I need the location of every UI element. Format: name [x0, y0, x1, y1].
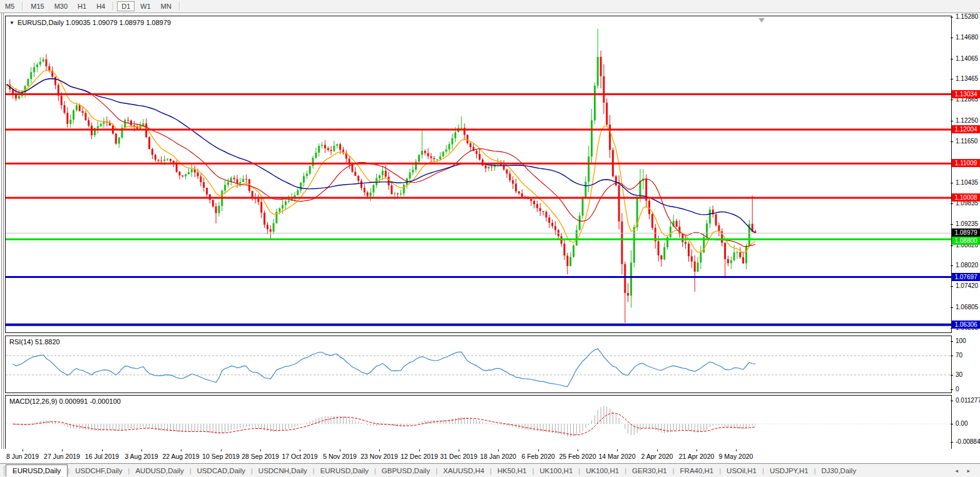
tab-eurusd-daily[interactable]: EURUSD,Daily — [315, 465, 374, 476]
timeframe-d1[interactable]: D1 — [117, 1, 135, 11]
price-tick-mark — [951, 183, 953, 183]
price-tick-mark — [951, 307, 953, 308]
tab-uk100-h1[interactable]: UK100,H1 — [534, 465, 578, 476]
tabbar-leading-divider — [0, 466, 4, 476]
macd-tick: 0.00 — [956, 420, 967, 427]
price-tick: 1.07420 — [956, 282, 978, 289]
rsi-canvas — [6, 336, 951, 392]
timeframe-mn[interactable]: MN — [156, 1, 176, 11]
tab-eurusd-daily[interactable]: EURUSD,Daily — [6, 464, 68, 476]
price-tick-mark — [951, 265, 953, 266]
tab-hk50-h1[interactable]: HK50,H1 — [492, 465, 533, 476]
date-tick-mark — [221, 449, 222, 451]
price-tick-mark — [951, 100, 953, 100]
time-axis[interactable]: 8 Jun 201927 Jun 201916 Jul 20193 Aug 20… — [0, 449, 952, 463]
tab-uk100-h1[interactable]: UK100,H1 — [580, 465, 625, 476]
rsi-tick-mark — [951, 389, 953, 390]
timeframe-m30[interactable]: M30 — [50, 1, 72, 11]
date-tick: 28 Sep 2019 — [242, 453, 279, 460]
timeframe-h1[interactable]: H1 — [73, 1, 91, 11]
symbol-quote-text: EURUSD,Daily 1.09035 1.09079 1.08979 1.0… — [18, 19, 171, 26]
price-badge: 1.07697 — [952, 273, 980, 281]
date-tick: 8 Jun 2019 — [6, 453, 39, 460]
toolbar-separator — [113, 2, 114, 11]
date-tick-mark — [538, 449, 539, 451]
macd-tick: -0.008845 — [956, 438, 980, 445]
shift-marker-icon — [758, 18, 765, 23]
tab-ger30-h1[interactable]: GER30,H1 — [626, 465, 673, 476]
date-tick-mark — [657, 449, 658, 451]
date-tick: 31 Dec 2019 — [440, 453, 477, 460]
price-badge: 1.08800 — [952, 237, 980, 245]
symbol-dropdown-icon[interactable]: ▼ — [9, 20, 14, 26]
date-tick-mark — [736, 449, 737, 451]
date-tick: 17 Oct 2019 — [282, 453, 317, 460]
date-tick: 25 Feb 2020 — [559, 453, 596, 460]
date-tick-mark — [697, 449, 697, 451]
price-badge: 1.11009 — [952, 159, 980, 167]
price-tick-mark — [951, 79, 953, 80]
macd-tick: 0.011277 — [956, 397, 980, 404]
date-tick: 2 Apr 2020 — [641, 453, 673, 460]
price-tick: 1.10435 — [956, 179, 978, 186]
date-tick-mark — [141, 449, 142, 451]
rsi-tick: 0 — [956, 386, 959, 392]
tab-dj30-daily[interactable]: DJ30,Daily — [816, 465, 862, 476]
tab-audusd-daily[interactable]: AUDUSD,Daily — [130, 465, 189, 476]
date-tick: 21 Apr 2020 — [679, 453, 715, 460]
timeframe-toolbar: M5M15M30H1H4D1W1MN — [0, 0, 980, 13]
tab-fra40-h1[interactable]: FRA40,H1 — [675, 465, 720, 476]
price-tick-mark — [951, 203, 953, 204]
price-tick: 1.12250 — [956, 117, 978, 124]
date-tick: 5 Nov 2019 — [323, 453, 357, 460]
tab-usdcnh-daily[interactable]: USDCNH,Daily — [253, 465, 313, 476]
timeframe-m15[interactable]: M15 — [26, 1, 48, 11]
price-tick: 1.15280 — [956, 13, 978, 20]
price-tick: 1.06805 — [956, 304, 978, 310]
price-tick-mark — [951, 59, 953, 59]
date-tick-mark — [181, 449, 181, 451]
price-tick: 1.14065 — [956, 55, 978, 62]
date-tick-mark — [300, 449, 300, 451]
tab-usdjpy-h1[interactable]: USDJPY,H1 — [764, 465, 814, 476]
price-axis[interactable]: 1.152801.146801.140651.134651.128651.122… — [952, 13, 980, 449]
window-edge-line2 — [3, 13, 4, 463]
macd-canvas — [6, 396, 951, 449]
price-pane[interactable]: ▼EURUSD,Daily 1.09035 1.09079 1.08979 1.… — [5, 16, 952, 333]
date-tick-mark — [260, 449, 261, 451]
rsi-tick-mark — [951, 375, 953, 376]
macd-pane[interactable]: MACD(12,26,9) 0.000991 -0.000100 — [5, 395, 952, 449]
tab-scroll-arrows[interactable]: ◂ ▸ — [955, 468, 974, 474]
date-tick: 14 Mar 2020 — [599, 453, 636, 460]
tab-usdchf-daily[interactable]: USDCHF,Daily — [69, 465, 128, 476]
rsi-pane[interactable]: RSI(14) 51.8820 — [5, 336, 952, 393]
tab-usdcad-daily[interactable]: USDCAD,Daily — [191, 465, 251, 476]
price-tick-mark — [951, 121, 953, 121]
price-tick-mark — [951, 17, 953, 18]
window-edge-line — [1, 13, 2, 463]
date-tick: 18 Jan 2020 — [480, 453, 516, 460]
price-badge: 1.06306 — [952, 321, 980, 329]
date-tick-mark — [379, 449, 380, 451]
tab-gbpusd-daily[interactable]: GBPUSD,Daily — [376, 465, 436, 476]
tab-usoil-h1[interactable]: USOil,H1 — [721, 465, 762, 476]
date-tick-mark — [62, 449, 63, 451]
timeframe-h4[interactable]: H4 — [92, 1, 110, 11]
date-tick-mark — [459, 449, 459, 451]
price-tick-mark — [951, 38, 953, 38]
date-tick-mark — [23, 449, 23, 451]
tab-xauusd-h4[interactable]: XAUUSD,H4 — [437, 465, 490, 476]
date-tick: 9 May 2020 — [719, 453, 753, 460]
date-tick-mark — [578, 449, 578, 451]
date-tick: 22 Aug 2019 — [163, 453, 200, 460]
chart-tab-bar: EURUSD,Daily|USDCHF,Daily|AUDUSD,Daily|U… — [0, 463, 980, 477]
price-tick: 1.13465 — [956, 75, 978, 82]
price-tick-mark — [951, 141, 953, 142]
timeframe-m5[interactable]: M5 — [1, 1, 19, 11]
timeframe-w1[interactable]: W1 — [136, 1, 155, 11]
date-tick-mark — [102, 449, 103, 451]
rsi-tick: 30 — [956, 371, 962, 378]
macd-tick-mark — [951, 424, 953, 424]
date-tick-mark — [498, 449, 499, 451]
rsi-tick: 100 — [956, 337, 966, 344]
